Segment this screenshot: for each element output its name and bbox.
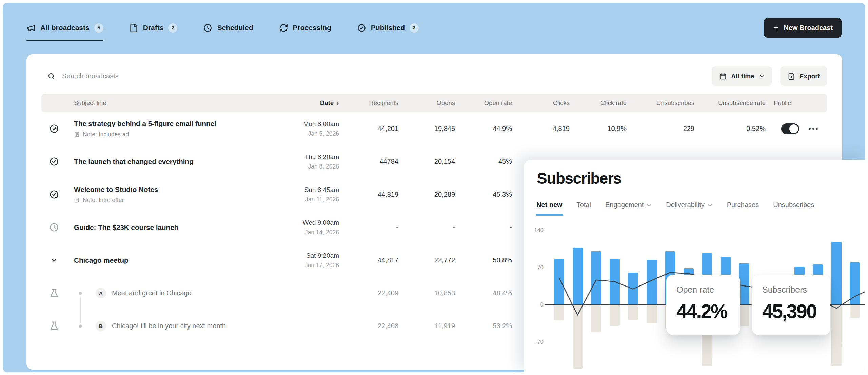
opens-cell: 10,853 [398,289,455,297]
date-time: Sun 8:45am [285,186,339,194]
subject-cell: BChicago! I'll be in your city next mont… [66,321,285,331]
open_rate-cell: 45.3% [455,191,512,198]
tab-scheduled[interactable]: Scheduled [203,23,253,33]
subject-cell: Chicago meetup [66,256,285,264]
public-toggle[interactable] [781,123,799,134]
note-icon [74,197,80,203]
row-note: Note: Includes ad [74,131,285,138]
trend-line [524,160,865,372]
row-note-text: Note: Intro offer [83,197,124,204]
row-note-text: Note: Includes ad [83,131,129,138]
column-header-unsubscribe_rate[interactable]: Unsubscribe rate [694,99,766,107]
row-title: The launch that changed everything [74,158,285,166]
opens-cell: 11,919 [398,322,455,330]
refresh-icon [279,23,288,33]
row-title: Guide: The $23K course launch [74,223,285,232]
column-header-recipients[interactable]: Recipients [339,99,398,107]
date-cell: Thu 8:20amJan 8, 2026 [285,153,339,170]
row-title: The strategy behind a 5-figure email fun… [74,120,285,128]
date-day: Jan 8, 2026 [285,163,339,170]
ab-connector-node [79,292,82,295]
subject-cell: Welcome to Studio NotesNote: Intro offer [66,185,285,204]
column-header-click_rate[interactable]: Click rate [570,99,627,107]
export-label: Export [800,73,820,80]
column-header-unsubscribes[interactable]: Unsubscribes [627,99,694,107]
subject-cell: The strategy behind a 5-figure email fun… [66,120,285,138]
column-header-clicks[interactable]: Clicks [512,99,570,107]
date-time: Sat 9:20am [285,252,339,259]
column-header-open_rate[interactable]: Open rate [455,99,512,107]
public-cell [766,123,827,134]
row-status [41,190,66,199]
date-time: Thu 8:20am [285,153,339,161]
flask-icon [49,321,59,331]
top-bar: All broadcasts5Drafts2ScheduledProcessin… [26,13,842,43]
date-cell: Mon 8:00amJan 5, 2026 [285,120,339,137]
flask-icon [49,288,59,298]
row-menu-button[interactable] [809,128,818,130]
row-status [41,288,66,298]
tab-label: Published [371,24,405,32]
new-broadcast-label: New Broadcast [784,24,833,32]
file-download-icon [788,73,795,80]
clock-icon [203,23,212,33]
column-header-public[interactable]: Public [766,99,827,107]
clock-icon [49,222,59,232]
subscribers-count-card: Subscribers 45,390 [752,275,830,335]
search-icon [47,72,55,80]
tab-count-badge: 2 [168,23,177,33]
note-icon [74,132,80,137]
plus-icon [773,24,780,31]
new-broadcast-button[interactable]: New Broadcast [764,18,842,38]
date-time: Mon 8:00am [285,120,339,128]
clicks-cell: 4,819 [512,125,570,133]
unsubscribes-cell: 229 [627,125,694,133]
check-circle-icon [49,124,59,134]
tab-drafts[interactable]: Drafts2 [129,23,178,33]
open-rate-card: Open rate 44.2% [666,275,740,335]
tab-all-broadcasts[interactable]: All broadcasts5 [26,23,103,33]
search-input[interactable] [62,72,252,80]
tab-processing[interactable]: Processing [279,23,331,33]
subject-cell: AMeet and greet in Chicago [66,288,285,298]
tab-label: All broadcasts [40,24,90,32]
date-cell: Sat 9:20amJan 17, 2026 [285,252,339,269]
subscribers-count-value: 45,390 [762,300,830,322]
column-header-subject[interactable]: Subject line [66,99,285,107]
recipients-cell: 44784 [339,158,398,165]
chevron-down-icon [759,73,765,79]
sort-desc-icon: ↓ [336,100,339,107]
opens-cell: - [398,223,455,231]
check-circle-icon [49,157,59,166]
tab-published[interactable]: Published3 [357,23,419,33]
megaphone-icon [26,23,36,33]
opens-cell: 20,154 [398,158,455,165]
row-title: Chicago! I'll be in your city next month [112,322,226,330]
open_rate-cell: 53.2% [455,322,512,330]
calendar-icon [719,73,727,80]
tab-label: Processing [293,24,331,32]
date-day: Jan 17, 2026 [285,262,339,269]
tab-label: Scheduled [217,24,253,32]
column-header-date[interactable]: Date↓ [285,99,339,107]
row-status[interactable] [41,256,66,264]
open_rate-cell: 45% [455,158,512,165]
opens-cell: 20,289 [398,191,455,198]
recipients-cell: 44,201 [339,125,398,133]
column-header-opens[interactable]: Opens [398,99,455,107]
date-range-filter-button[interactable]: All time [712,66,772,86]
export-button[interactable]: Export [780,66,827,86]
table-row-0[interactable]: The strategy behind a 5-figure email fun… [41,112,827,145]
row-status [41,321,66,331]
check-circle-icon [49,190,59,199]
click_rate-cell: 10.9% [570,125,627,133]
tab-count-badge: 5 [94,23,103,33]
ab-variant-badge: B [96,321,106,331]
ab-connector-line [80,309,81,323]
open-rate-value: 44.2% [676,300,740,322]
recipients-cell: 44,817 [339,256,398,264]
row-title: Welcome to Studio Notes [74,185,285,194]
unsubscribe_rate-cell: 0.52% [694,125,766,133]
open_rate-cell: 50.8% [455,256,512,264]
row-title: Meet and greet in Chicago [112,289,192,297]
